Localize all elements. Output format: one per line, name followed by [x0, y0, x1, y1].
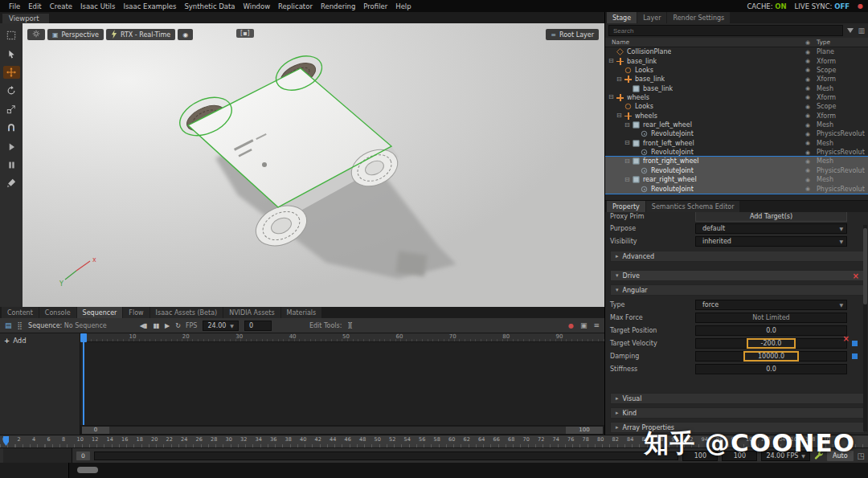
viewport-3d[interactable]: x Y ▣Perspective RTX - Real-Time ◉ [▪] ≡… — [23, 23, 604, 307]
snap-tool[interactable] — [3, 121, 20, 134]
stage-row-selected[interactable]: ⊟rear_right_wheel◉Mesh — [605, 175, 868, 184]
edit-tool-icon[interactable]: ][ — [347, 322, 352, 329]
damping-field[interactable]: 10000.0 — [695, 351, 847, 362]
skip-to-start-button[interactable]: ◀▮ — [140, 322, 147, 329]
section-drive[interactable]: ▾Drive× — [610, 270, 865, 281]
visibility-eye-icon[interactable]: ◉ — [805, 140, 810, 146]
stage-row[interactable]: ⊟wheels◉Xform — [605, 93, 868, 102]
menu-item[interactable]: Replicator — [274, 2, 317, 10]
stage-row[interactable]: base_link◉Mesh — [605, 84, 868, 92]
add-targets-button[interactable]: Add Target(s) — [695, 212, 847, 222]
name-column-header[interactable]: Name — [612, 39, 629, 46]
timeline-track[interactable] — [94, 451, 679, 460]
visibility-eye-icon[interactable]: ◉ — [805, 104, 810, 110]
stage-row[interactable]: ⊟front_left_wheel◉Mesh — [605, 139, 868, 148]
collapse-toggle[interactable]: ⊟ — [624, 158, 633, 165]
brush-tool[interactable] — [3, 177, 20, 190]
root-layer-button[interactable]: ≡Root Layer — [546, 29, 599, 40]
timeline-fps-dropdown[interactable]: 24.00 FPS▼ — [761, 451, 810, 461]
channel-indicator-icon[interactable] — [852, 353, 858, 359]
property-scrollbar[interactable] — [863, 225, 867, 431]
add-track-button[interactable]: +Add — [4, 337, 76, 345]
sequencer-timeline[interactable]: 102030405060708090 0 100 — [80, 333, 604, 435]
target-position-field[interactable]: 0.0 — [695, 325, 847, 336]
pause-button[interactable] — [3, 158, 20, 171]
menu-item[interactable]: Help — [391, 2, 415, 10]
collapse-toggle[interactable]: ⊟ — [616, 112, 624, 119]
stage-row[interactable]: ⊟base_link◉Xform — [605, 56, 868, 65]
tab-flow[interactable]: Flow — [123, 307, 149, 318]
visibility-eye-icon[interactable]: ◉ — [805, 49, 810, 55]
stage-row[interactable]: ⊟rear_left_wheel◉Mesh — [605, 121, 868, 129]
fps-dropdown[interactable]: 24.00▼ — [203, 321, 239, 331]
section-array-properties[interactable]: ▸Array Properties — [610, 422, 865, 433]
range-end-handle[interactable]: 100 — [566, 427, 603, 434]
stage-row-selected[interactable]: RevoluteJoint◉PhysicsRevolute. — [605, 166, 868, 175]
tab-materials[interactable]: Materials — [281, 307, 322, 318]
collapse-toggle[interactable]: ⊟ — [624, 177, 633, 183]
column-options-icon[interactable]: ▥ — [858, 27, 865, 35]
visibility-menu-button[interactable]: ◉ — [178, 29, 193, 40]
section-visual[interactable]: ▸Visual — [610, 393, 865, 404]
grid-options-icon[interactable]: ⣿ — [18, 321, 23, 329]
sequencer-ruler[interactable]: 102030405060708090 — [80, 333, 604, 342]
visibility-eye-icon[interactable]: ◉ — [805, 85, 810, 92]
timeline-range-end-field[interactable]: 100 — [722, 451, 757, 461]
tab-isaac-assets[interactable]: Isaac Assets (Beta) — [150, 307, 223, 318]
stiffness-field[interactable]: 0.0 — [695, 364, 847, 374]
range-track[interactable]: 0 100 — [82, 427, 603, 434]
rotate-tool[interactable] — [3, 84, 20, 97]
playhead-line[interactable] — [83, 333, 84, 425]
menu-item[interactable]: Profiler — [359, 2, 391, 10]
auto-toggle[interactable]: Auto — [827, 451, 854, 461]
collapse-toggle[interactable]: ⊟ — [608, 94, 616, 100]
collapse-toggle[interactable]: ⊟ — [608, 58, 616, 64]
stage-row[interactable]: RevoluteJoint◉PhysicsRevolute. — [605, 129, 868, 138]
scrollbar-thumb[interactable] — [863, 228, 867, 304]
visibility-eye-icon[interactable]: ◉ — [805, 177, 810, 183]
wrench-icon[interactable] — [814, 451, 823, 461]
drive-type-dropdown[interactable]: force▼ — [695, 300, 847, 310]
select-region-tool[interactable] — [3, 29, 20, 42]
max-force-field[interactable]: Not Limited — [695, 313, 847, 323]
stage-row[interactable]: ⊟base_link◉Xform — [605, 75, 868, 84]
select-tool[interactable] — [3, 47, 20, 60]
timeline-start-handle[interactable]: 0 — [76, 451, 90, 460]
visibility-eye-icon[interactable]: ◉ — [805, 149, 810, 156]
viewport-settings-button[interactable] — [27, 29, 45, 40]
visibility-eye-icon[interactable]: ◉ — [805, 112, 810, 119]
target-velocity-field[interactable]: -200.0 — [695, 338, 847, 349]
section-kind[interactable]: ▸Kind — [610, 407, 865, 419]
section-advanced[interactable]: ▸Advanced — [610, 251, 865, 262]
section-angular[interactable]: ▾Angular — [610, 284, 865, 296]
purpose-dropdown[interactable]: default▼ — [695, 223, 847, 234]
viewport-tab[interactable]: Viewport — [2, 14, 49, 23]
move-tool[interactable] — [3, 66, 20, 79]
visibility-eye-icon[interactable]: ◉ — [805, 94, 810, 100]
tab-property[interactable]: Property — [607, 201, 645, 212]
pause-button[interactable]: ▮▮ — [153, 322, 158, 329]
alert-icon[interactable]: ● — [858, 2, 863, 10]
menu-item[interactable]: Create — [46, 2, 76, 10]
visibility-column-icon[interactable]: ◉ — [805, 39, 810, 46]
visibility-eye-icon[interactable]: ◉ — [805, 158, 810, 165]
menu-item[interactable]: Edit — [24, 2, 45, 10]
stage-row[interactable]: RevoluteJoint◉PhysicsRevolute. — [605, 148, 868, 157]
visibility-eye-icon[interactable]: ◉ — [805, 186, 810, 192]
menu-item[interactable]: Isaac Examples — [119, 2, 180, 10]
tab-console[interactable]: Console — [39, 307, 76, 318]
tab-render-settings[interactable]: Render Settings — [667, 12, 730, 23]
filter-icon[interactable] — [847, 28, 854, 33]
record-icon[interactable]: ● — [568, 322, 574, 329]
renderer-menu-button[interactable]: RTX - Real-Time — [106, 29, 175, 40]
play-button[interactable]: ▶ — [165, 322, 169, 329]
playhead-handle[interactable] — [80, 333, 87, 342]
range-start-handle[interactable]: 0 — [82, 427, 109, 434]
visibility-dropdown[interactable]: inherited▼ — [695, 236, 847, 247]
collapse-toggle[interactable]: ⊟ — [624, 122, 633, 129]
menu-item[interactable]: File — [5, 2, 24, 10]
frame-input[interactable]: 0 — [244, 321, 272, 331]
visibility-eye-icon[interactable]: ◉ — [805, 167, 810, 174]
loop-button[interactable]: ↻ — [175, 322, 180, 329]
sequencer-icon[interactable]: ▤ — [5, 321, 12, 329]
